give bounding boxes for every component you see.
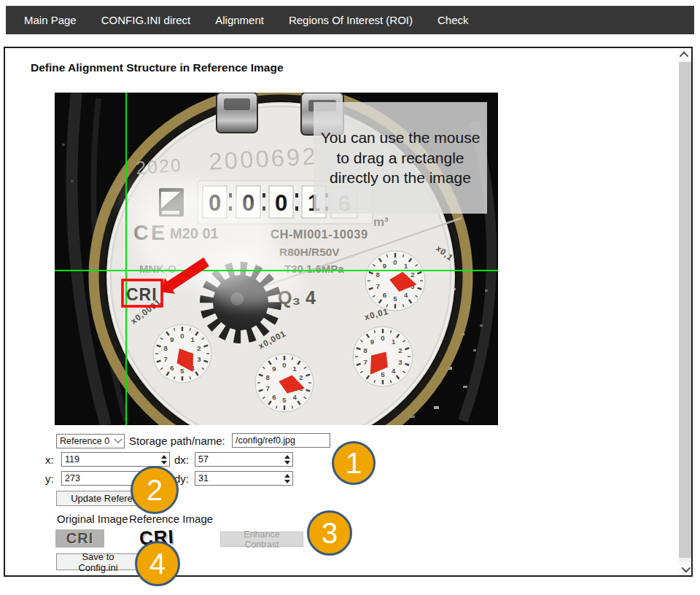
svg-text:2: 2 (197, 344, 201, 352)
svg-text:0: 0 (282, 361, 286, 369)
enhance-contrast-button[interactable]: Enhance Contrast (220, 532, 303, 547)
content-frame: Define Alignment Structure in Reference … (4, 47, 693, 577)
nav-item-main-page[interactable]: Main Page (24, 14, 77, 26)
svg-text:8: 8 (376, 271, 380, 279)
step-badge-3: 3 (307, 510, 352, 556)
nav-bar: Main Page CONFIG.INI direct Alignment Re… (6, 6, 694, 34)
svg-text:6: 6 (170, 364, 174, 372)
meter-unit: m³ (373, 215, 389, 229)
svg-text:0: 0 (275, 190, 287, 216)
svg-text:9: 9 (383, 262, 386, 270)
svg-text:7: 7 (364, 358, 368, 366)
svg-text:1: 1 (392, 338, 396, 346)
svg-text:4: 4 (392, 367, 396, 375)
svg-text:7: 7 (164, 355, 168, 363)
chevron-up-icon (680, 51, 689, 61)
storage-path-input[interactable] (232, 433, 330, 448)
model-code: CH-MI001-10039 (271, 228, 368, 241)
svg-text:4: 4 (292, 393, 297, 401)
nav-item-alignment[interactable]: Alignment (215, 14, 264, 26)
storage-path-label: Storage path/name: (129, 435, 225, 447)
svg-text:7: 7 (376, 282, 380, 290)
reference-select[interactable]: Reference 0 (56, 434, 125, 448)
svg-text:8: 8 (164, 344, 168, 352)
reference-image-label: Reference Image (129, 513, 213, 525)
step-badge-1: 1 (332, 441, 376, 485)
scroll-up-button[interactable] (679, 48, 691, 61)
svg-text:1: 1 (190, 335, 195, 343)
original-image-label: Original Image (57, 513, 128, 525)
nav-item-roi[interactable]: Regions Of Interest (ROI) (289, 14, 413, 26)
svg-text:3: 3 (398, 358, 402, 366)
reference-select-value: Reference 0 (60, 436, 109, 446)
svg-text:7: 7 (266, 384, 270, 392)
svg-text:5: 5 (381, 370, 385, 378)
x-label: x: (45, 454, 54, 466)
svg-text:2: 2 (411, 271, 414, 279)
step-badge-4: 4 (135, 541, 180, 586)
scroll-thumb[interactable] (679, 62, 691, 558)
svg-text:5: 5 (282, 396, 287, 404)
chevron-down-icon (114, 435, 122, 443)
dx-label: dx: (174, 454, 189, 466)
svg-text:6: 6 (272, 393, 276, 401)
drag-hint-overlay: You can use the mouse to drag a rectangl… (314, 102, 487, 214)
scroll-down-button[interactable] (679, 562, 691, 575)
svg-text:5: 5 (393, 295, 397, 303)
page-title: Define Alignment Structure in Reference … (31, 61, 284, 74)
reference-image-canvas[interactable]: 2020 2000692 0 0 0 1 6 (55, 93, 498, 425)
dy-input[interactable] (195, 471, 293, 486)
x-spinner[interactable] (159, 454, 168, 465)
svg-text:0: 0 (393, 258, 397, 266)
meter-serial-year: 2020 (135, 155, 182, 178)
x-input[interactable] (61, 452, 170, 467)
save-config-button[interactable]: Save to Config.ini (56, 553, 140, 570)
cri-label: CRI (126, 285, 158, 304)
nav-item-check[interactable]: Check (438, 14, 469, 26)
svg-text:0: 0 (381, 334, 384, 342)
svg-text:1: 1 (292, 365, 297, 373)
svg-text:0: 0 (180, 332, 184, 340)
svg-text:2: 2 (398, 346, 402, 354)
svg-text:2: 2 (299, 373, 303, 381)
svg-text:8: 8 (364, 346, 368, 354)
svg-text:9: 9 (272, 365, 276, 373)
svg-text:8: 8 (266, 373, 270, 381)
dx-spinner[interactable] (282, 454, 292, 465)
svg-text:5: 5 (180, 367, 184, 375)
svg-text:9: 9 (170, 335, 174, 343)
dx-input[interactable] (195, 452, 293, 467)
svg-text:1: 1 (404, 262, 408, 270)
step-badge-2: 2 (131, 466, 179, 514)
dy-spinner[interactable] (282, 472, 292, 484)
svg-text:9: 9 (370, 338, 374, 346)
original-crop-thumb: CRI (55, 529, 104, 548)
y-label: y: (45, 472, 54, 485)
meter-serial-number: 2000692 (208, 142, 318, 175)
svg-text:4: 4 (404, 291, 408, 299)
nav-item-config-ini[interactable]: CONFIG.INI direct (101, 14, 191, 26)
svg-text:6: 6 (383, 291, 386, 299)
scrollbar[interactable] (679, 48, 691, 575)
chevron-down-icon (682, 563, 691, 572)
svg-text:3: 3 (197, 355, 201, 363)
